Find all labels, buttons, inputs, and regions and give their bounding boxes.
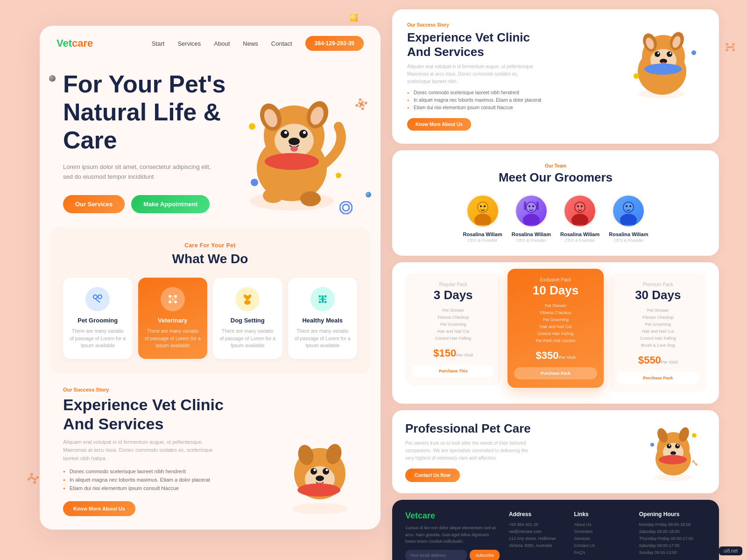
price-card-premium: Premium Pack 30 Days Pet Shower Fitness … [610,273,706,392]
logo[interactable]: Vetcare [56,37,93,49]
avatar-img-3 [564,196,595,226]
logo-second: care [72,37,93,49]
hero-section: For Your Pet's Natural Life & Care Lorem… [40,61,381,213]
purchase-regular-button[interactable]: Purchase This [412,365,494,377]
service-name-healthy-meals: Healthy Meals [295,317,351,324]
purchase-premium-button[interactable]: Purchase Pack [617,372,699,384]
vet-item-1: Donec commodo scelerisque laoreet nibh h… [407,90,611,95]
svg-point-78 [484,205,486,207]
footer-address-col: Address +55 984 401 29 vet@vetcare.com 1… [509,511,564,560]
feature-p5: Control Hair Falling [617,336,699,341]
appointment-button[interactable]: Make Appointment [131,195,210,213]
feature-r5: Control Hair Falling [412,336,494,341]
footer-subscribe-button[interactable]: Subscribe [470,550,500,560]
pack-label-exclusive: Exclusive Pack [514,277,597,282]
footer-email-form: Subscribe [405,550,500,560]
service-desc-dog-setting: There are many variatio of passage of Lo… [219,328,276,350]
footer-link-2[interactable]: Groomers [574,529,629,534]
feature-p1: Pet Shower [617,308,699,313]
svg-point-28 [93,295,97,299]
procare-description: Pet owners trust us to look after the ne… [405,440,536,462]
svg-point-95 [629,205,631,207]
service-card-healthy-meals[interactable]: Healthy Meals There are many variatio of… [288,278,358,359]
right-panels: Our Success Story Experience Vet Clinic … [392,9,719,560]
service-name-dog-setting: Dog Setting [219,317,276,324]
svg-point-22 [358,98,362,102]
service-cards-container: Pet Grooming There are many variatio of … [63,278,357,359]
vet-title: Experience Vet Clinic And Services [407,30,611,59]
footer-email-input[interactable] [405,550,467,560]
svg-point-92 [620,214,637,225]
svg-rect-40 [322,295,324,303]
svg-point-32 [174,295,177,298]
service-card-dog-setting[interactable]: Dog Setting There are many variatio of p… [213,278,282,359]
svg-point-11 [303,131,306,134]
footer-link-4[interactable]: Contact Us [574,543,629,548]
svg-rect-114 [726,46,734,48]
contact-button[interactable]: Contact Us Now [405,469,460,482]
main-card: Vetcare Start Services About News Contac… [40,26,381,530]
svg-point-110 [650,443,654,447]
purchase-exclusive-button[interactable]: Purchase Pack [514,367,597,379]
feature-r4: Hair and Nail Cut [412,329,494,334]
vet-item-2: In aliquet magna nec lobortis maximus. E… [407,98,611,103]
pack-days-regular: 3 Days [412,288,494,302]
service-desc-grooming: There are many variatio of passage of Lo… [70,328,126,350]
success-description: Aliquam erat volutpat in id fermentum au… [63,438,222,463]
svg-point-56 [297,483,340,497]
deco-bone-2 [28,473,38,485]
svg-point-72 [634,73,639,79]
team-member-2: Rosalina Wiliam CEO & Founder [512,194,551,243]
svg-point-87 [571,214,588,225]
svg-point-42 [324,295,326,297]
avatar-img-2 [516,196,547,226]
services-button[interactable]: Our Services [63,195,125,213]
price-features-premium: Pet Shower Fitness Checkup Pet Grooming … [617,308,699,348]
team-member-3: Rosalina Wiliam CEO & Founder [560,194,599,243]
svg-point-23 [364,101,367,105]
footer-address-4: Victoria 3050, Australia [509,543,564,548]
svg-point-71 [644,63,682,75]
svg-point-102 [667,444,671,448]
svg-point-65 [655,51,660,57]
svg-point-73 [691,50,696,55]
vet-know-more-button[interactable]: Know More About Us [407,118,471,131]
nav-contact[interactable]: Contact [271,40,292,47]
feature-r2: Fitness Checkup [412,315,494,320]
feature-e6: Pet Park And Garden [514,338,597,343]
footer-link-3[interactable]: Services [574,536,629,541]
feature-e4: Hair and Nail Cut [514,324,597,329]
price-features-regular: Pet Shower Fitness Checkup Pet Grooming … [412,308,494,341]
footer-address-3: 112 Any street, Hellbriner [509,536,564,541]
services-title: What We Do [63,252,357,266]
svg-point-115 [726,43,728,46]
member-role-3: CEO & Founder [560,238,599,243]
svg-point-118 [732,49,735,51]
procare-panel: Professional Pet Care Pet owners trust u… [392,410,719,493]
deco-bone-1 [725,42,735,54]
service-card-veterinary[interactable]: Veterinary There are many variatio of pa… [138,278,208,359]
svg-point-24 [355,104,359,107]
footer-link-5[interactable]: FAQ's [574,550,629,555]
know-more-button[interactable]: Know More About Us [63,501,135,516]
nav-start[interactable]: Start [152,40,164,47]
footer-address-title: Address [509,511,564,518]
service-card-grooming[interactable]: Pet Grooming There are many variatio of … [63,278,133,359]
watermark-text: ui8.net [724,548,738,553]
team-title: Meet Our Groomers [407,170,704,185]
nav-news[interactable]: News [243,40,258,47]
nav-services[interactable]: Services [177,40,201,47]
svg-point-67 [657,52,659,54]
vet-clinic-content: Our Success Story Experience Vet Clinic … [407,22,611,131]
team-tag: Our Team [407,163,704,168]
nav-about[interactable]: About [214,40,230,47]
hero-dog-illustration [226,89,357,220]
svg-point-50 [310,468,317,475]
vet-item-3: Etiam dui nisi elementum ipsum consult h… [407,105,611,110]
footer-link-1[interactable]: About Us [574,522,629,527]
watermark: ui8.net [719,546,742,555]
svg-point-52 [314,469,316,471]
svg-point-66 [667,51,672,57]
procare-dog-illustration [641,421,706,482]
phone-button[interactable]: 384-129-293-39 [305,36,364,51]
